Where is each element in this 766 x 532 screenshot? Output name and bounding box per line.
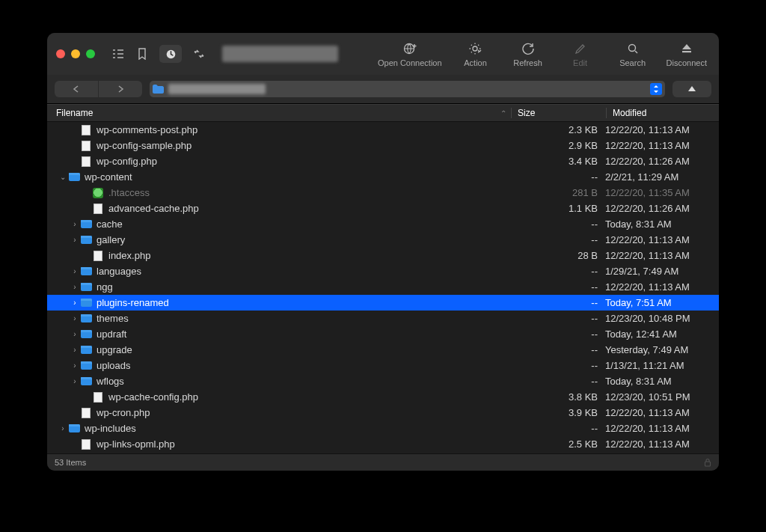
cell-modified: Today, 8:31 AM (605, 218, 719, 230)
file-name-label: wflogs (96, 376, 124, 387)
cell-modified: 12/22/20, 11:13 AM (605, 140, 719, 151)
cell-size: -- (515, 360, 605, 371)
cell-modified: 12/22/20, 11:13 AM (605, 234, 719, 245)
close-window-button[interactable] (56, 49, 65, 58)
column-modified[interactable]: Modified (606, 108, 719, 118)
file-icon (80, 438, 92, 450)
go-up-button[interactable] (672, 81, 711, 97)
bookmarks-icon[interactable] (131, 45, 153, 63)
file-row[interactable]: ›wp-includes--12/22/20, 11:13 AM (47, 421, 719, 436)
cell-modified: 12/22/20, 11:35 AM (605, 187, 719, 198)
cell-size: -- (515, 376, 605, 387)
path-field[interactable] (150, 81, 665, 97)
cell-size: 3.8 KB (515, 391, 605, 403)
cell-size: -- (515, 218, 605, 230)
cell-filename: ›wp-includes (47, 423, 515, 435)
file-name-label: advanced-cache.php (108, 203, 199, 214)
file-name-label: wp-links-opml.php (96, 438, 175, 450)
history-icon[interactable] (159, 45, 182, 63)
back-button[interactable] (55, 81, 98, 97)
file-name-label: wp-config.php (96, 156, 157, 167)
cell-modified: 12/22/20, 11:13 AM (605, 124, 719, 135)
cell-filename: .htaccess (47, 187, 515, 199)
column-size[interactable]: Size (511, 108, 606, 118)
disclosure-icon[interactable]: › (70, 330, 80, 338)
file-row[interactable]: wp-comments-post.php2.3 KB12/22/20, 11:1… (47, 122, 719, 138)
disclosure-icon[interactable]: › (70, 236, 80, 244)
disclosure-icon[interactable]: › (70, 361, 80, 370)
action-button[interactable]: Action (453, 40, 499, 67)
disclosure-icon[interactable]: › (58, 424, 68, 432)
search-button[interactable]: Search (610, 40, 656, 67)
cell-filename: ›cache (47, 218, 515, 230)
file-row[interactable]: wp-config-sample.php2.9 KB12/22/20, 11:1… (47, 138, 719, 153)
file-row[interactable]: .htaccess281 B12/22/20, 11:35 AM (47, 185, 719, 201)
open-connection-button[interactable]: Open Connection (373, 40, 447, 67)
cell-modified: 12/22/20, 11:26 AM (605, 203, 719, 214)
history-nav (55, 81, 142, 97)
file-row[interactable]: ›cache--Today, 8:31 AM (47, 216, 719, 232)
folder-icon (80, 376, 92, 388)
file-row[interactable]: ›gallery--12/22/20, 11:13 AM (47, 232, 719, 248)
cell-filename: ›updraft (47, 328, 515, 340)
file-row[interactable]: index.php28 B12/22/20, 11:13 AM (47, 248, 719, 263)
disclosure-icon[interactable]: › (70, 283, 80, 291)
file-row[interactable]: ›updraft--Today, 12:41 AM (47, 326, 719, 342)
file-name-label: cache (96, 218, 123, 230)
cell-modified: Yesterday, 7:49 AM (605, 344, 719, 355)
disclosure-icon[interactable]: › (70, 220, 80, 228)
file-row[interactable]: wp-cache-config.php3.8 KB12/23/20, 10:51… (47, 389, 719, 405)
disclosure-icon[interactable]: › (70, 314, 80, 322)
cell-size: 1.1 KB (515, 203, 605, 214)
cell-filename: wp-cron.php (47, 407, 515, 419)
outline-view-icon[interactable] (107, 45, 129, 63)
folder-icon (80, 281, 92, 293)
minimize-window-button[interactable] (71, 49, 80, 58)
maximize-window-button[interactable] (86, 49, 95, 58)
file-icon (92, 187, 104, 199)
cell-filename: ›themes (47, 313, 515, 325)
file-list[interactable]: wp-comments-post.php2.3 KB12/22/20, 11:1… (47, 122, 719, 453)
cell-filename: ›upgrade (47, 344, 515, 356)
cell-filename: ›wflogs (47, 376, 515, 388)
cell-size: -- (515, 313, 605, 324)
file-row[interactable]: ›wflogs--Today, 8:31 AM (47, 373, 719, 389)
file-row[interactable]: ›themes--12/23/20, 10:48 PM (47, 311, 719, 326)
file-row[interactable]: wp-links-opml.php2.5 KB12/22/20, 11:13 A… (47, 436, 719, 452)
file-row[interactable]: ⌄wp-content--2/2/21, 11:29 AM (47, 169, 719, 185)
column-filename[interactable]: Filename ⌃ (47, 108, 511, 118)
disclosure-icon[interactable]: › (70, 299, 80, 307)
file-name-label: languages (96, 266, 141, 277)
file-row[interactable]: ›uploads--1/13/21, 11:21 AM (47, 358, 719, 373)
file-row[interactable]: ›languages--1/29/21, 7:49 AM (47, 263, 719, 279)
cell-filename: index.php (47, 250, 515, 262)
refresh-button[interactable]: Refresh (505, 40, 551, 67)
cell-size: 2.5 KB (515, 438, 605, 450)
file-row[interactable]: advanced-cache.php1.1 KB12/22/20, 11:26 … (47, 201, 719, 216)
cell-filename: ›gallery (47, 234, 515, 246)
file-icon (80, 156, 92, 168)
file-name-label: wp-cache-config.php (108, 391, 198, 403)
file-row[interactable]: wp-config.php3.4 KB12/22/20, 11:26 AM (47, 153, 719, 169)
file-name-label: index.php (108, 250, 150, 261)
file-name-label: updraft (96, 328, 126, 340)
folder-icon (80, 360, 92, 372)
path-navbar (47, 75, 719, 104)
disclosure-icon[interactable]: › (70, 377, 80, 385)
folder-icon (80, 297, 92, 309)
file-row[interactable]: ›ngg--12/22/20, 11:13 AM (47, 279, 719, 295)
disclosure-icon[interactable]: › (70, 346, 80, 354)
disclosure-icon[interactable]: ⌄ (58, 173, 68, 181)
path-dropdown-icon[interactable] (650, 83, 662, 95)
file-row[interactable]: ›upgrade--Yesterday, 7:49 AM (47, 342, 719, 358)
file-name-label: wp-cron.php (96, 407, 150, 418)
disconnect-button[interactable]: Disconnect (662, 40, 711, 67)
file-name-label: wp-content (85, 171, 132, 183)
cell-modified: 2/2/21, 11:29 AM (605, 171, 719, 183)
disclosure-icon[interactable]: › (70, 267, 80, 275)
file-row[interactable]: wp-cron.php3.9 KB12/22/20, 11:13 AM (47, 405, 719, 421)
transfers-icon[interactable] (188, 45, 210, 63)
file-row[interactable]: ›plugins-renamed--Today, 7:51 AM (47, 295, 719, 311)
cell-size: 281 B (515, 187, 605, 198)
forward-button[interactable] (98, 81, 142, 97)
